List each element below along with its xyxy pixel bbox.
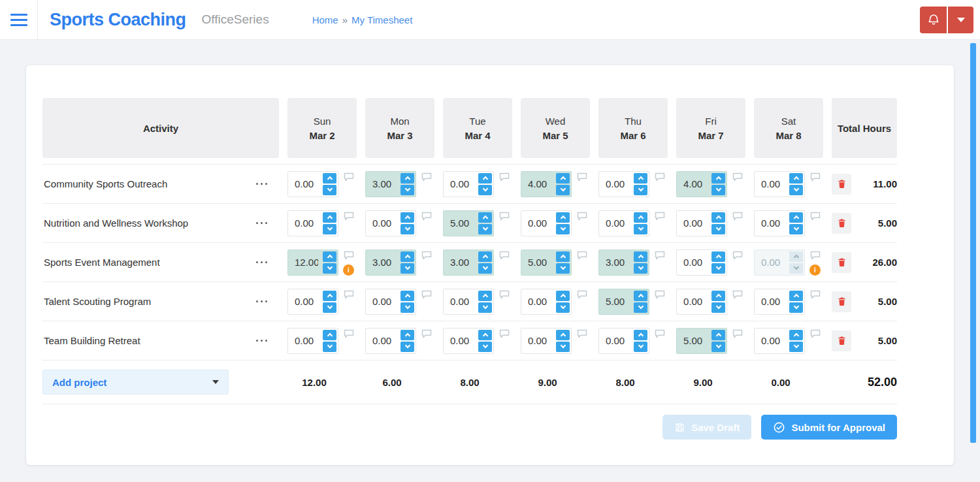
hours-input[interactable]: [289, 173, 318, 195]
delete-row-button[interactable]: [832, 330, 851, 351]
spinner-up-button[interactable]: [323, 212, 336, 223]
spinner-up-button[interactable]: [323, 251, 336, 262]
hours-input[interactable]: [678, 251, 707, 274]
spinner-up-button[interactable]: [789, 212, 803, 223]
hours-input[interactable]: [600, 173, 629, 195]
comment-icon[interactable]: [344, 172, 354, 182]
spinner-down-button[interactable]: [711, 263, 725, 274]
warning-icon[interactable]: i: [343, 265, 354, 276]
spinner-up-button[interactable]: [478, 173, 492, 184]
spinner-down-button[interactable]: [711, 302, 725, 313]
comment-icon[interactable]: [810, 251, 821, 260]
hours-input[interactable]: [600, 251, 629, 274]
hours-input[interactable]: [367, 212, 396, 234]
spinner-up-button[interactable]: [634, 291, 647, 301]
breadcrumb-home-link[interactable]: Home: [312, 14, 338, 25]
comment-icon[interactable]: [577, 290, 587, 299]
comment-icon[interactable]: [577, 212, 587, 221]
comment-icon[interactable]: [421, 212, 432, 221]
spinner-up-button[interactable]: [711, 251, 725, 262]
hours-input[interactable]: [367, 291, 396, 313]
comment-icon[interactable]: [810, 290, 821, 299]
spinner-down-button[interactable]: [323, 224, 336, 234]
spinner-up-button[interactable]: [789, 330, 803, 340]
spinner-down-button[interactable]: [478, 263, 492, 274]
spinner-up-button[interactable]: [634, 330, 647, 340]
comment-icon[interactable]: [655, 290, 665, 299]
warning-icon[interactable]: i: [809, 265, 821, 276]
spinner-down-button[interactable]: [711, 185, 725, 195]
spinner-down-button[interactable]: [711, 342, 725, 352]
hours-input[interactable]: [367, 173, 396, 195]
hours-input[interactable]: [445, 330, 474, 352]
spinner-down-button[interactable]: [634, 302, 647, 313]
hours-input[interactable]: [678, 212, 707, 234]
spinner-down-button[interactable]: [400, 342, 414, 352]
spinner-up-button[interactable]: [323, 173, 336, 184]
add-project-select[interactable]: Add project: [42, 370, 229, 394]
spinner-down-button[interactable]: [634, 185, 647, 195]
notifications-button[interactable]: [920, 7, 947, 33]
account-dropdown-button[interactable]: [947, 7, 973, 33]
spinner-down-button[interactable]: [400, 302, 414, 313]
spinner-down-button[interactable]: [634, 263, 647, 274]
spinner-up-button[interactable]: [711, 330, 725, 340]
comment-icon[interactable]: [421, 290, 432, 299]
spinner-up-button[interactable]: [400, 291, 414, 301]
comment-icon[interactable]: [344, 290, 354, 299]
spinner-down-button[interactable]: [789, 263, 803, 274]
hours-input[interactable]: [756, 212, 785, 234]
row-menu-button[interactable]: [255, 297, 269, 306]
hours-input[interactable]: [756, 251, 785, 274]
spinner-down-button[interactable]: [478, 302, 492, 313]
spinner-up-button[interactable]: [323, 291, 336, 301]
spinner-up-button[interactable]: [711, 212, 725, 223]
hours-input[interactable]: [756, 291, 785, 313]
delete-row-button[interactable]: [832, 174, 851, 195]
spinner-up-button[interactable]: [711, 291, 725, 301]
comment-icon[interactable]: [655, 212, 665, 221]
comment-icon[interactable]: [732, 329, 743, 338]
spinner-up-button[interactable]: [634, 212, 647, 223]
hours-input[interactable]: [756, 330, 785, 352]
spinner-down-button[interactable]: [556, 263, 570, 274]
delete-row-button[interactable]: [832, 252, 851, 273]
comment-icon[interactable]: [499, 251, 510, 260]
comment-icon[interactable]: [655, 172, 665, 182]
hours-input[interactable]: [523, 173, 551, 195]
spinner-up-button[interactable]: [556, 251, 570, 262]
hours-input[interactable]: [678, 173, 707, 195]
comment-icon[interactable]: [499, 212, 510, 221]
hours-input[interactable]: [367, 251, 396, 274]
save-draft-button[interactable]: Save Draft: [662, 415, 751, 440]
spinner-down-button[interactable]: [478, 185, 492, 195]
row-menu-button[interactable]: [255, 179, 269, 189]
spinner-down-button[interactable]: [634, 224, 647, 234]
hours-input[interactable]: [289, 251, 318, 274]
delete-row-button[interactable]: [832, 213, 851, 234]
spinner-up-button[interactable]: [323, 330, 336, 340]
spinner-up-button[interactable]: [711, 173, 725, 184]
comment-icon[interactable]: [655, 329, 665, 338]
spinner-down-button[interactable]: [789, 342, 803, 352]
delete-row-button[interactable]: [832, 291, 851, 312]
hours-input[interactable]: [289, 330, 318, 352]
spinner-down-button[interactable]: [556, 302, 570, 313]
spinner-up-button[interactable]: [556, 212, 570, 223]
spinner-up-button[interactable]: [400, 173, 414, 184]
comment-icon[interactable]: [344, 212, 354, 221]
comment-icon[interactable]: [499, 290, 510, 299]
comment-icon[interactable]: [577, 172, 587, 182]
spinner-up-button[interactable]: [400, 212, 414, 223]
spinner-down-button[interactable]: [478, 224, 492, 234]
spinner-up-button[interactable]: [789, 291, 803, 301]
comment-icon[interactable]: [344, 329, 354, 338]
spinner-up-button[interactable]: [400, 251, 414, 262]
comment-icon[interactable]: [421, 172, 432, 182]
spinner-up-button[interactable]: [478, 291, 492, 301]
comment-icon[interactable]: [421, 251, 432, 260]
hours-input[interactable]: [445, 291, 474, 313]
spinner-down-button[interactable]: [323, 263, 336, 274]
comment-icon[interactable]: [577, 251, 587, 260]
spinner-down-button[interactable]: [400, 185, 414, 195]
